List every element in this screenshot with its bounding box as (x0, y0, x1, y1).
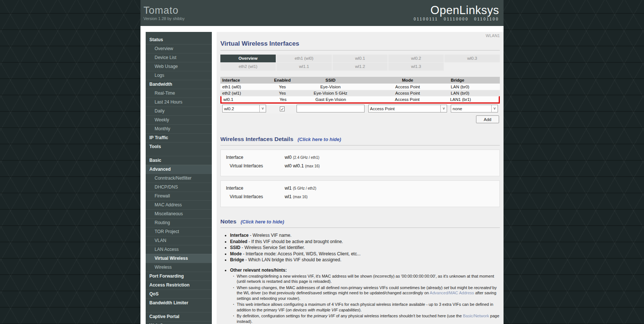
sidebar-item-basic[interactable]: Basic (146, 156, 212, 165)
chevron-down-icon[interactable]: ˅ (491, 105, 498, 112)
sidebar-item-status[interactable]: Status (146, 36, 212, 44)
sidebar-item-firewall[interactable]: Firewall (146, 192, 212, 200)
table-row[interactable]: eth1 (wl0) Yes Eye-Vision Access Point L… (220, 84, 500, 90)
tab-overview[interactable]: Overview (220, 55, 276, 62)
other-notes-title-item: Other relevant notes/hints: When creatin… (230, 268, 500, 324)
table-row[interactable]: eth2 (wl1) Yes Eye-Vision 5 GHz Access P… (220, 90, 500, 96)
router-brand-name: OpenLinksys (414, 5, 499, 16)
sidebar-item-qos[interactable]: QoS (146, 289, 212, 298)
sidebar-item-logs[interactable]: Logs (146, 71, 212, 80)
hint-primary-vif: By definition, configuration settings fo… (233, 313, 500, 324)
advanced-mac-address-link[interactable]: Advanced/MAC Address (430, 291, 474, 295)
sidebar-item-bandwidth[interactable]: Bandwidth (146, 80, 212, 89)
sidebar-item-routing[interactable]: Routing (146, 218, 212, 227)
virtual-interfaces-label: Virtual Interfaces (226, 163, 285, 168)
sidebar-item-wireless[interactable]: Wireless (146, 263, 212, 272)
sidebar-item-port-forwarding[interactable]: Port Forwarding (146, 272, 212, 281)
cell-ssid: Eye-Vision (295, 84, 366, 90)
col-header-interface: Interface (220, 77, 270, 84)
mode-select-value: Access Point (369, 107, 441, 111)
main-content: WLAN1 Virtual Wireless Interfaces Overvi… (217, 32, 504, 324)
interface-label: Interface (226, 186, 285, 191)
sidebar-item-last-24-hours[interactable]: Last 24 Hours (146, 98, 212, 107)
title-divider (220, 50, 500, 50)
tab-eth2-wl1[interactable]: eth2 (wl1) (220, 63, 276, 71)
sidebar-item-virtual-wireless[interactable]: Virtual Wireless (146, 254, 212, 263)
sidebar-spacer (146, 151, 212, 156)
tab-wl0-1[interactable]: wl0.1 (333, 55, 388, 62)
interface-select[interactable]: wl0.2 ˅ (222, 105, 266, 112)
cell-enabled: Yes (270, 84, 295, 90)
sidebar-item-miscellaneous[interactable]: Miscellaneous (146, 209, 212, 218)
notes-divider (220, 228, 500, 228)
interface-value: wl1 (5 GHz / eth2) (285, 186, 316, 191)
sidebar-item-web-server[interactable]: Web Server (146, 321, 212, 324)
interface-value: wl0 (2.4 GHz / eth1) (285, 155, 319, 160)
sidebar-item-daily[interactable]: Daily (146, 107, 212, 115)
sidebar-item-tools[interactable]: Tools (146, 142, 212, 151)
header-bar: Tomato Version 1.28 by shibby OpenLinksy… (140, 0, 504, 26)
cell-interface: eth2 (wl1) (220, 90, 270, 96)
sidebar-item-weekly[interactable]: Weekly (146, 115, 212, 124)
tab-empty (444, 63, 500, 71)
virtual-interfaces-value: wl1 (max 16) (285, 194, 308, 199)
sidebar-item-captive-portal[interactable]: Captive Portal (146, 312, 212, 321)
sidebar-item-conntrack-netfilter[interactable]: Conntrack/Netfilter (146, 174, 212, 183)
sidebar-item-access-restriction[interactable]: Access Restriction (146, 281, 212, 289)
sidebar-nav: Status Overview Device List Web Usage Lo… (146, 32, 212, 324)
interface-select-value: wl0.2 (223, 107, 259, 111)
tab-wl1-1[interactable]: wl1.1 (276, 63, 332, 71)
col-header-mode: Mode (366, 77, 449, 84)
tab-wl1-3[interactable]: wl1.3 (388, 63, 444, 71)
interface-note: (2.4 GHz / eth1) (293, 156, 319, 160)
cell-interface: wl0.1 (221, 96, 271, 102)
col-header-bridge: Bridge (449, 77, 500, 84)
sidebar-item-real-time[interactable]: Real-Time (146, 89, 212, 98)
sidebar-item-dhcp-dns[interactable]: DHCP/DNS (146, 183, 212, 192)
sidebar-item-advanced[interactable]: Advanced (146, 165, 212, 174)
cell-enabled: Yes (271, 96, 295, 102)
tab-eth1-wl0[interactable]: eth1 (wl0) (276, 55, 332, 62)
other-notes: Other relevant notes/hints: When creatin… (220, 268, 500, 324)
notes-section-heading: Notes (Click here to hide) (220, 218, 500, 225)
virtual-interfaces-value: wl0 wl0.1 (max 16) (285, 163, 320, 168)
sidebar-item-ip-traffic[interactable]: IP Traffic (146, 133, 212, 142)
sidebar-item-device-list[interactable]: Device List (146, 53, 212, 62)
table-row-highlighted[interactable]: wl0.1 Yes Gast Eye-Vision Access Point L… (220, 96, 500, 104)
chevron-down-icon[interactable]: ˅ (440, 105, 447, 112)
basic-network-link[interactable]: Basic/Network (463, 314, 489, 318)
cell-bridge: LAN (br0) (449, 84, 500, 90)
hint-mac-recreated: When saving changes, the MAC addresses o… (233, 285, 500, 301)
bridge-select[interactable]: none ˅ (451, 105, 498, 112)
col-header-enabled: Enabled (270, 77, 295, 84)
tab-wl1-2[interactable]: wl1.2 (333, 63, 388, 71)
enabled-checkbox[interactable]: ✓ (280, 107, 285, 111)
tab-wl0-3[interactable]: wl0.3 (444, 55, 500, 62)
sidebar-item-bandwidth-limiter[interactable]: Bandwidth Limiter (146, 298, 212, 307)
hint-mac-unknown: When creating/defining a new wireless VI… (233, 274, 500, 284)
cell-ssid: Gast Eye-Vision (295, 96, 366, 102)
interface-tabs: Overview eth1 (wl0) wl0.1 wl0.2 wl0.3 et… (220, 55, 500, 71)
sidebar-item-tor-project[interactable]: TOR Project (146, 227, 212, 236)
tab-wl0-2[interactable]: wl0.2 (388, 55, 444, 62)
cell-bridge: LAN (br0) (449, 90, 500, 96)
note-mode: Mode - Interface mode: Access Point, WDS… (230, 251, 500, 257)
notes-hide-toggle[interactable]: (Click here to hide) (241, 219, 284, 225)
sidebar-item-vlan[interactable]: VLAN (146, 236, 212, 245)
sidebar-item-monthly[interactable]: Monthly (146, 124, 212, 133)
add-button-row: Add (220, 114, 500, 125)
add-button[interactable]: Add (476, 115, 499, 123)
firmware-name: Tomato (143, 5, 185, 16)
cell-bridge: LAN1 (br1) (448, 96, 499, 102)
note-bridge: Bridge - Which LAN bridge this VIF shoul… (230, 257, 500, 263)
sidebar-item-lan-access[interactable]: LAN Access (146, 245, 212, 254)
chevron-down-icon[interactable]: ˅ (259, 105, 266, 112)
ssid-input[interactable] (297, 105, 365, 112)
sidebar-item-mac-address[interactable]: MAC Address (146, 200, 212, 209)
details-hide-toggle[interactable]: (Click here to hide) (298, 137, 341, 142)
sidebar-item-overview[interactable]: Overview (146, 44, 212, 53)
mode-select[interactable]: Access Point ˅ (368, 105, 447, 112)
note-ssid: SSID - Wireless Service Set Identifier. (230, 245, 500, 251)
cell-enabled: Yes (270, 90, 295, 96)
sidebar-item-web-usage[interactable]: Web Usage (146, 62, 212, 71)
